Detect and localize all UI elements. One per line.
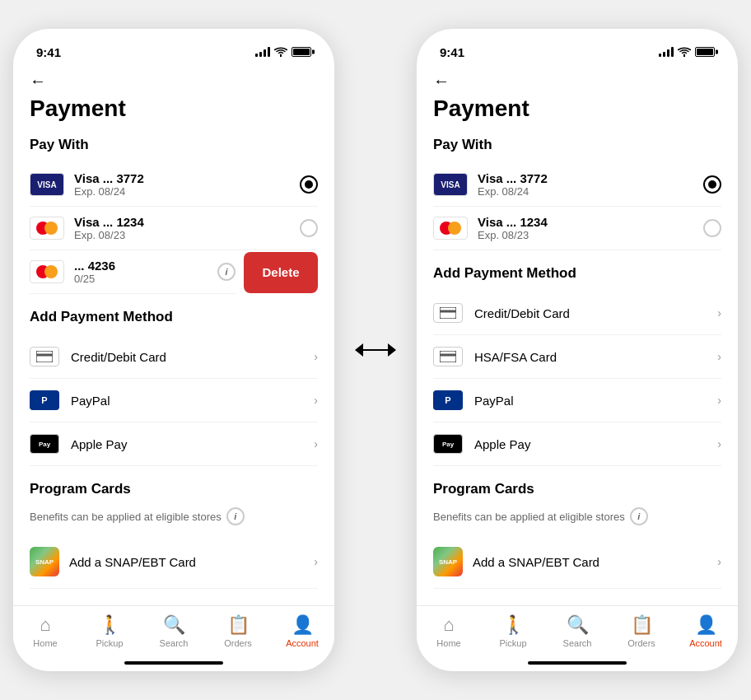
battery-icon-right — [695, 47, 715, 57]
method-applepay-right[interactable]: Pay Apple Pay › — [433, 422, 721, 466]
pay-with-label-right: Pay With — [433, 137, 721, 153]
orders-icon-left: 📋 — [227, 614, 250, 636]
method-credit-right[interactable]: Credit/Debit Card › — [433, 292, 721, 335]
orders-icon-right: 📋 — [631, 614, 653, 636]
card-exp-1: Exp. 08/24 — [74, 185, 300, 198]
scroll-right[interactable]: ← Payment Pay With VISA Visa ... 3772 Ex… — [417, 65, 738, 671]
card-name-r2: Visa ... 1234 — [478, 215, 703, 229]
nav-pickup-label-left: Pickup — [96, 638, 123, 648]
nav-home-right[interactable]: ⌂ Home — [417, 614, 481, 648]
program-subtitle-right: Benefits can be applied at eligible stor… — [433, 507, 721, 525]
main-container: 9:41 ← Payment Pay With — [0, 12, 751, 688]
method-paypal-right[interactable]: P PayPal › — [433, 379, 721, 422]
snap-ebt-left[interactable]: SNAP Add a SNAP/EBT Card › — [30, 535, 318, 589]
snap-ebt-right[interactable]: SNAP Add a SNAP/EBT Card › — [433, 535, 721, 589]
status-time-right: 9:41 — [440, 45, 464, 59]
card-name-r1: Visa ... 3772 — [478, 171, 703, 185]
account-icon-left: 👤 — [292, 614, 314, 636]
nav-search-right[interactable]: 🔍 Search — [545, 614, 609, 648]
program-info-icon-right[interactable]: i — [630, 507, 648, 525]
signal-icon-right — [659, 47, 674, 57]
add-method-label-left: Add Payment Method — [30, 309, 318, 325]
chevron-credit-right: › — [717, 306, 721, 320]
applepay-icon-left: Pay — [30, 434, 59, 454]
info-icon[interactable]: i — [217, 263, 236, 281]
wifi-icon-right — [678, 47, 691, 57]
card-item-visa-1[interactable]: VISA Visa ... 3772 Exp. 08/24 — [30, 163, 318, 207]
search-icon-right: 🔍 — [567, 614, 589, 636]
nav-search-label-left: Search — [160, 638, 189, 648]
status-time-left: 9:41 — [36, 45, 61, 59]
card-info-r1: Visa ... 3772 Exp. 08/24 — [478, 171, 703, 198]
nav-orders-right[interactable]: 📋 Orders — [609, 614, 674, 648]
nav-account-right[interactable]: 👤 Account — [674, 614, 738, 648]
mastercard-icon-1 — [30, 217, 64, 240]
status-icons-left — [255, 47, 311, 57]
chevron-snap-left: › — [314, 555, 318, 568]
nav-home-left[interactable]: ⌂ Home — [13, 614, 77, 648]
nav-pickup-left[interactable]: 🚶 Pickup — [77, 614, 142, 648]
nav-orders-left[interactable]: 📋 Orders — [206, 614, 270, 648]
card-item-mc-1[interactable]: Visa ... 1234 Exp. 08/23 — [30, 207, 318, 250]
swipe-row: ... 4236 0/25 i Delete — [30, 250, 318, 294]
radio-unselected-2[interactable] — [300, 219, 318, 237]
arrow-head-left — [355, 343, 363, 357]
svg-rect-5 — [440, 354, 456, 357]
nav-account-left[interactable]: 👤 Account — [270, 614, 334, 648]
account-icon-right: 👤 — [695, 614, 717, 636]
home-icon-left: ⌂ — [40, 614, 50, 636]
svg-rect-4 — [440, 351, 456, 362]
credit-card-icon-left — [30, 347, 59, 366]
phone-right: 9:41 ← Payment Pay With — [417, 29, 738, 671]
pay-with-label-left: Pay With — [30, 137, 318, 153]
add-method-label-right: Add Payment Method — [433, 265, 721, 282]
svg-rect-1 — [36, 354, 53, 357]
card-item-mc-right[interactable]: Visa ... 1234 Exp. 08/23 — [433, 207, 721, 250]
chevron-credit-left: › — [314, 350, 318, 363]
chevron-paypal-left: › — [314, 394, 318, 407]
snap-label-right: Add a SNAP/EBT Card — [473, 555, 717, 569]
paypal-icon-right: P — [433, 390, 463, 410]
paypal-label-left: PayPal — [71, 394, 314, 408]
back-button-right[interactable]: ← — [433, 65, 721, 91]
paypal-label-right: PayPal — [474, 394, 717, 408]
radio-selected-1[interactable] — [300, 175, 318, 194]
scroll-left[interactable]: ← Payment Pay With VISA Visa ... 3772 Ex… — [13, 65, 334, 671]
nav-pickup-right[interactable]: 🚶 Pickup — [481, 614, 545, 648]
nav-search-left[interactable]: 🔍 Search — [142, 614, 206, 648]
method-applepay-left[interactable]: Pay Apple Pay › — [30, 422, 318, 466]
pickup-icon-right: 🚶 — [502, 614, 525, 636]
card-exp-r2: Exp. 08/23 — [478, 229, 703, 241]
card-exp-3: 0/25 — [74, 273, 217, 285]
card-info-3: ... 4236 0/25 — [74, 259, 217, 285]
visa-card-icon-right: VISA — [433, 173, 468, 196]
method-credit-card-left[interactable]: Credit/Debit Card › — [30, 335, 318, 379]
visa-card-icon-1: VISA — [30, 173, 64, 196]
card-item-partial[interactable]: ... 4236 0/25 i — [30, 250, 236, 294]
home-bar-left — [124, 661, 223, 665]
card-item-visa-right[interactable]: VISA Visa ... 3772 Exp. 08/24 — [433, 163, 721, 207]
credit-card-icon-right — [433, 303, 463, 323]
delete-button[interactable]: Delete — [244, 252, 318, 293]
method-hsa-right[interactable]: HSA/FSA Card › — [433, 335, 721, 379]
signal-icon — [255, 47, 270, 57]
chevron-snap-right: › — [717, 555, 721, 568]
radio-unselected-r2[interactable] — [703, 219, 721, 237]
back-button-left[interactable]: ← — [30, 65, 318, 91]
wifi-icon — [274, 47, 287, 57]
credit-label-right: Credit/Debit Card — [474, 306, 717, 320]
page-title-right: Payment — [433, 96, 721, 122]
status-bar-right: 9:41 — [417, 29, 738, 65]
card-name-1: Visa ... 3772 — [74, 171, 300, 185]
applepay-icon-right: Pay — [433, 434, 463, 454]
nav-account-label-right: Account — [689, 638, 722, 648]
method-paypal-left[interactable]: P PayPal › — [30, 379, 318, 422]
card-exp-r1: Exp. 08/24 — [478, 185, 703, 198]
nav-account-label-left: Account — [286, 638, 319, 648]
card-exp-2: Exp. 08/23 — [74, 229, 300, 241]
radio-selected-r1[interactable] — [703, 175, 721, 194]
snap-icon-left: SNAP — [30, 547, 59, 576]
hsa-label-right: HSA/FSA Card — [474, 350, 717, 364]
program-info-icon-left[interactable]: i — [226, 507, 245, 525]
svg-rect-3 — [440, 310, 456, 313]
